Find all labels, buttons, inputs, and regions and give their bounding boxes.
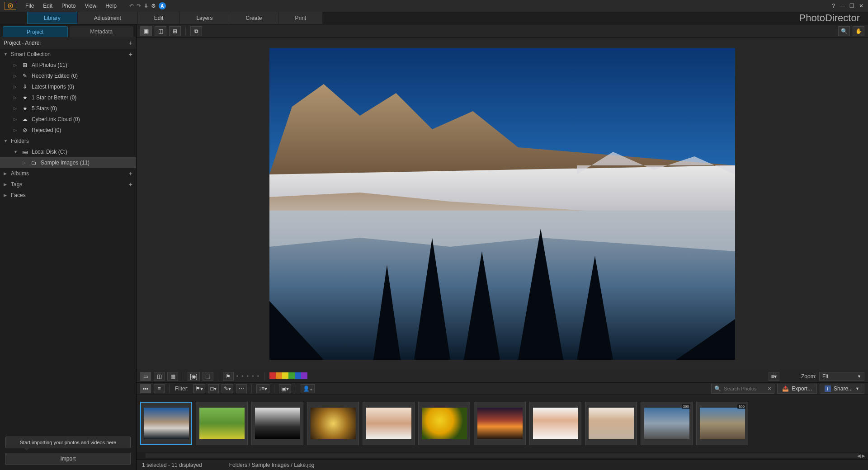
- menu-view[interactable]: View: [80, 3, 101, 9]
- svg-point-2: [9, 5, 11, 7]
- thumbnail-image: [589, 408, 634, 439]
- preview-area[interactable]: [137, 38, 868, 370]
- tab-create[interactable]: Create: [229, 12, 278, 24]
- settings-gear-icon[interactable]: ⚙: [151, 3, 156, 9]
- add-smart-collection-button[interactable]: +: [129, 51, 132, 58]
- sidetab-project[interactable]: Project: [3, 26, 68, 37]
- thumb-list-button[interactable]: ≡: [154, 384, 165, 393]
- scroll-right-icon[interactable]: ▶: [862, 453, 865, 458]
- color-label-swatch[interactable]: [282, 372, 288, 379]
- redo-icon[interactable]: ↷: [137, 3, 141, 9]
- thumbnail[interactable]: [307, 402, 359, 445]
- tab-print[interactable]: Print: [278, 12, 322, 24]
- add-album-button[interactable]: +: [129, 170, 132, 177]
- clear-search-icon[interactable]: ✕: [767, 385, 772, 392]
- view-grid-button[interactable]: ⊞: [169, 26, 181, 36]
- preview-image: [269, 48, 735, 360]
- scroll-left-icon[interactable]: ◀: [857, 453, 861, 458]
- color-label-swatch[interactable]: [276, 372, 282, 379]
- tags-header[interactable]: ▶Tags +: [0, 179, 136, 190]
- search-box[interactable]: 🔍 ✕: [711, 384, 774, 394]
- layout-split-button[interactable]: ◫: [154, 372, 165, 381]
- menu-file[interactable]: File: [21, 3, 38, 9]
- color-label-swatch[interactable]: [269, 372, 276, 379]
- menu-help[interactable]: Help: [101, 3, 121, 9]
- import-tooltip: Start importing your photos and videos h…: [5, 437, 131, 448]
- account-icon[interactable]: A: [159, 2, 166, 9]
- add-tag-button[interactable]: +: [129, 181, 132, 188]
- thumb-small-button[interactable]: ▪▪▪: [140, 384, 151, 393]
- smart-item[interactable]: ▷⇩Latest Imports (0): [0, 81, 136, 92]
- faces-header[interactable]: ▶Faces: [0, 190, 136, 201]
- filter-edit-button[interactable]: ✎▾: [222, 384, 233, 393]
- view-single-button[interactable]: ▣: [140, 26, 152, 36]
- smart-collection-header[interactable]: ▼Smart Collection +: [0, 49, 136, 60]
- thumbnail[interactable]: [585, 402, 637, 445]
- thumbnail[interactable]: [251, 402, 303, 445]
- thumbnail[interactable]: [363, 402, 415, 445]
- search-input[interactable]: [724, 386, 764, 391]
- filter-label-button[interactable]: □▾: [208, 384, 219, 393]
- stack-button[interactable]: ▣▾: [279, 384, 291, 393]
- view-side-button[interactable]: ◫: [155, 26, 166, 36]
- zoom-tool-button[interactable]: 🔍: [838, 26, 850, 36]
- filmstrip-scrollbar[interactable]: ◀▶: [137, 452, 868, 459]
- compare-button[interactable]: ⧉: [190, 26, 202, 36]
- filter-more-button[interactable]: ⋯: [236, 384, 247, 393]
- smart-item[interactable]: ▷⊘Rejected (0): [0, 125, 136, 136]
- thumbnail[interactable]: [474, 402, 526, 445]
- thumbnail[interactable]: [196, 402, 248, 445]
- undo-icon[interactable]: ↶: [129, 3, 134, 9]
- filter-label: Filter:: [175, 385, 189, 392]
- flag-button[interactable]: ⚑: [223, 372, 234, 381]
- color-label-row: [269, 372, 307, 380]
- add-project-button[interactable]: +: [129, 39, 132, 47]
- collection-icon: ⊞: [22, 62, 28, 68]
- share-button[interactable]: f Share... ▼: [820, 384, 864, 394]
- thumbnail[interactable]: 360: [696, 402, 748, 445]
- close-icon[interactable]: ✕: [859, 3, 863, 9]
- smart-item[interactable]: ▷★1 Star or Better (0): [0, 92, 136, 103]
- thumbnail[interactable]: [529, 402, 581, 445]
- app-logo-icon: [4, 1, 17, 10]
- sort-button[interactable]: ≡▾: [769, 372, 779, 381]
- crop-button[interactable]: ⬚: [203, 372, 213, 381]
- thumbnail[interactable]: [140, 402, 192, 445]
- add-person-button[interactable]: 👤₊: [301, 384, 315, 393]
- help-icon[interactable]: ?: [832, 3, 835, 9]
- color-label-swatch[interactable]: [301, 372, 307, 379]
- color-label-swatch[interactable]: [288, 372, 295, 379]
- tab-adjustment[interactable]: Adjustment: [78, 12, 137, 24]
- menu-photo[interactable]: Photo: [57, 3, 80, 9]
- restore-icon[interactable]: ❐: [849, 3, 854, 9]
- albums-header[interactable]: ▶Albums +: [0, 168, 136, 179]
- export-button[interactable]: 📤 Export...: [777, 384, 817, 394]
- thumbnail[interactable]: [418, 402, 470, 445]
- folder-sample-images[interactable]: ▷ 🗀 Sample Images (11): [0, 157, 136, 168]
- color-label-swatch[interactable]: [295, 372, 301, 379]
- tab-layers[interactable]: Layers: [180, 12, 229, 24]
- sidetab-metadata[interactable]: Metadata: [70, 26, 134, 37]
- pan-tool-button[interactable]: ✋: [853, 26, 864, 36]
- collection-icon: ⊘: [22, 127, 28, 133]
- menu-edit[interactable]: Edit: [38, 3, 57, 9]
- filter-flag-button[interactable]: ⚑▾: [193, 384, 205, 393]
- folders-header[interactable]: ▼Folders: [0, 136, 136, 146]
- rating-stars[interactable]: • • • • •: [236, 373, 260, 380]
- tab-library[interactable]: Library: [27, 12, 77, 24]
- download-icon[interactable]: ⇩: [144, 3, 148, 9]
- minimize-icon[interactable]: —: [840, 3, 845, 9]
- import-button[interactable]: Import: [5, 453, 131, 465]
- thumbnail[interactable]: 360: [641, 402, 693, 445]
- folder-disk[interactable]: ▼ 🖴 Local Disk (C:): [0, 146, 136, 157]
- layout-grid-button[interactable]: ▦: [167, 372, 178, 381]
- face-tag-button[interactable]: [◉]: [188, 372, 200, 381]
- smart-item[interactable]: ▷⊞All Photos (11): [0, 60, 136, 70]
- zoom-select[interactable]: Fit▼: [819, 372, 864, 381]
- smart-item[interactable]: ▷★5 Stars (0): [0, 103, 136, 114]
- smart-item[interactable]: ▷☁CyberLink Cloud (0): [0, 114, 136, 125]
- sort-order-button[interactable]: ↕≡▾: [256, 384, 269, 393]
- tab-edit[interactable]: Edit: [138, 12, 180, 24]
- smart-item[interactable]: ▷✎Recently Edited (0): [0, 70, 136, 81]
- layout-single-button[interactable]: ▭: [140, 372, 151, 381]
